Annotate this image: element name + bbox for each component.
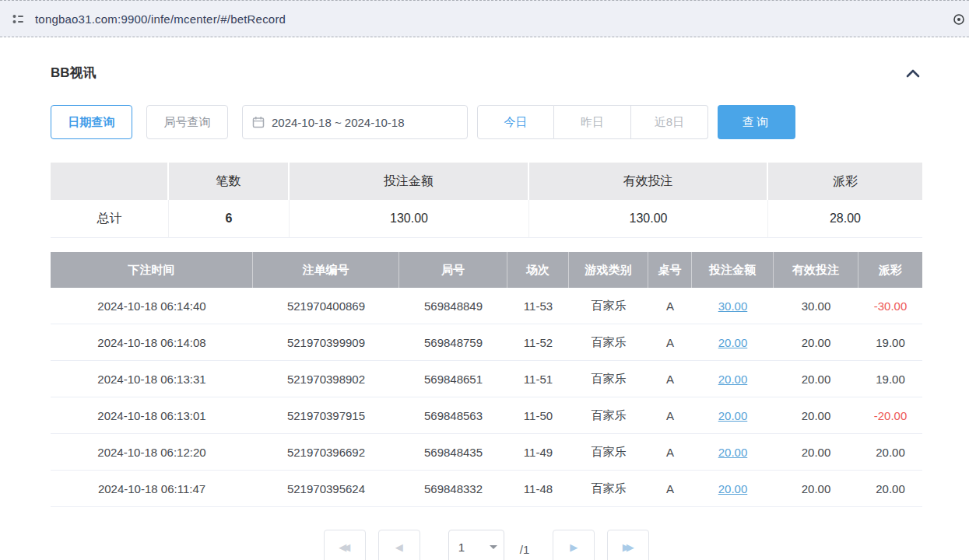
cell-valid-bet: 20.00 — [774, 397, 858, 433]
prev-page-button[interactable]: ◀ — [378, 530, 420, 560]
page-select[interactable]: 1 — [448, 530, 504, 560]
cell-round-number: 569848332 — [399, 471, 507, 506]
bet-table-header: 下注时间 注单编号 局号 场次 游戏类别 桌号 投注金额 有效投注 派彩 — [51, 252, 922, 288]
cell-order-number: 521970395624 — [253, 471, 399, 506]
summary-header-bet-amount: 投注金额 — [290, 163, 529, 200]
cell-game-type: 百家乐 — [569, 361, 648, 397]
double-chevron-left-icon: ◀◀ — [339, 541, 350, 553]
cell-payout: -20.00 — [858, 397, 922, 433]
chevron-up-icon[interactable] — [904, 67, 922, 79]
header-bet-time: 下注时间 — [51, 252, 253, 288]
header-session: 场次 — [507, 252, 569, 288]
cell-bet-time: 2024-10-18 06:14:40 — [51, 288, 253, 324]
cell-order-number: 521970398902 — [253, 361, 399, 397]
summary-header-valid-bet: 有效投注 — [529, 163, 768, 200]
url-text[interactable]: tongbao31.com:9900/infe/mcenter/#/betRec… — [35, 12, 286, 26]
cell-valid-bet: 20.00 — [774, 361, 858, 397]
double-chevron-right-icon: ▶▶ — [623, 541, 634, 553]
cell-table-number: A — [648, 471, 692, 506]
header-valid-bet: 有效投注 — [774, 252, 858, 288]
cell-bet-time: 2024-10-18 06:13:01 — [51, 397, 253, 433]
filter-row: 日期查询 局号查询 2024-10-18 ~ 2024-10-18 今日 昨日 … — [51, 105, 922, 139]
last-page-button[interactable]: ▶▶ — [607, 530, 649, 560]
round-query-button[interactable]: 局号查询 — [146, 105, 228, 139]
cell-session: 11-51 — [507, 361, 569, 397]
cell-bet-amount: 20.00 — [692, 397, 774, 433]
cell-table-number: A — [648, 434, 692, 470]
cell-bet-amount: 20.00 — [692, 361, 774, 397]
search-button[interactable]: 查询 — [718, 105, 795, 139]
summary-total-valid-bet: 130.00 — [529, 200, 768, 238]
cell-payout: -30.00 — [858, 288, 922, 324]
cell-session: 11-49 — [507, 434, 569, 470]
cell-session: 11-52 — [507, 324, 569, 360]
summary-total-row: 总计 6 130.00 130.00 28.00 — [51, 200, 922, 238]
cell-payout: 19.00 — [858, 324, 922, 360]
date-range-input[interactable]: 2024-10-18 ~ 2024-10-18 — [242, 105, 468, 139]
date-range-value: 2024-10-18 ~ 2024-10-18 — [272, 116, 405, 129]
bet-amount-link[interactable]: 20.00 — [718, 373, 748, 386]
first-page-button[interactable]: ◀◀ — [324, 530, 366, 560]
cell-table-number: A — [648, 361, 692, 397]
bet-amount-link[interactable]: 20.00 — [718, 336, 748, 349]
chevron-right-icon: ▶ — [570, 541, 578, 553]
summary-total-label: 总计 — [51, 200, 169, 238]
cell-round-number: 569848759 — [399, 324, 507, 360]
cell-game-type: 百家乐 — [569, 324, 648, 360]
cell-payout: 20.00 — [858, 434, 922, 470]
panel-header: BB视讯 — [51, 64, 922, 82]
browser-address-bar: tongbao31.com:9900/infe/mcenter/#/betRec… — [0, 0, 969, 37]
cell-valid-bet: 20.00 — [774, 471, 858, 506]
cell-game-type: 百家乐 — [569, 288, 648, 324]
quick-today-button[interactable]: 今日 — [477, 105, 554, 139]
cell-bet-time: 2024-10-18 06:14:08 — [51, 324, 253, 360]
date-query-button[interactable]: 日期查询 — [51, 105, 132, 139]
bet-amount-link[interactable]: 20.00 — [718, 482, 748, 495]
cell-order-number: 521970397915 — [253, 397, 399, 433]
cell-valid-bet: 30.00 — [774, 288, 858, 324]
header-order-number: 注单编号 — [253, 252, 399, 288]
summary-total-bet-amount: 130.00 — [290, 200, 529, 238]
cell-bet-amount: 20.00 — [692, 434, 774, 470]
quick-date-group: 今日 昨日 近8日 — [477, 105, 708, 139]
quick-last8days-button[interactable]: 近8日 — [631, 105, 708, 139]
bet-amount-link[interactable]: 20.00 — [718, 409, 748, 422]
cell-game-type: 百家乐 — [569, 471, 648, 506]
summary-total-count: 6 — [169, 200, 290, 238]
next-page-button[interactable]: ▶ — [553, 530, 595, 560]
cell-payout: 20.00 — [858, 471, 922, 506]
cell-bet-time: 2024-10-18 06:12:20 — [51, 434, 253, 470]
cell-bet-time: 2024-10-18 06:13:31 — [51, 361, 253, 397]
summary-table: 笔数 投注金额 有效投注 派彩 总计 6 130.00 130.00 28.00 — [51, 163, 922, 238]
browser-target-icon[interactable] — [953, 13, 965, 29]
cell-valid-bet: 20.00 — [774, 434, 858, 470]
cell-game-type: 百家乐 — [569, 397, 648, 433]
summary-header-payout: 派彩 — [768, 163, 922, 200]
pagination: ◀◀ ◀ 1 /1 ▶ ▶▶ — [51, 530, 922, 560]
cell-bet-time: 2024-10-18 06:11:47 — [51, 471, 253, 506]
panel-title: BB视讯 — [51, 64, 97, 82]
table-row: 2024-10-18 06:13:31 521970398902 5698486… — [51, 361, 922, 397]
cell-table-number: A — [648, 397, 692, 433]
cell-session: 11-50 — [507, 397, 569, 433]
cell-bet-amount: 20.00 — [692, 324, 774, 360]
browser-menu-icon[interactable] — [11, 12, 26, 26]
cell-order-number: 521970399909 — [253, 324, 399, 360]
cell-session: 11-48 — [507, 471, 569, 506]
cell-round-number: 569848563 — [399, 397, 507, 433]
cell-round-number: 569848435 — [399, 434, 507, 470]
table-row: 2024-10-18 06:14:40 521970400869 5698488… — [51, 288, 922, 324]
cell-game-type: 百家乐 — [569, 434, 648, 470]
table-row: 2024-10-18 06:12:20 521970396692 5698484… — [51, 434, 922, 471]
header-round-number: 局号 — [399, 252, 507, 288]
quick-yesterday-button[interactable]: 昨日 — [554, 105, 631, 139]
bet-table-body: 2024-10-18 06:14:40 521970400869 5698488… — [51, 288, 922, 507]
page-total-label: /1 — [520, 538, 530, 556]
table-row: 2024-10-18 06:11:47 521970395624 5698483… — [51, 471, 922, 507]
bet-amount-link[interactable]: 20.00 — [718, 446, 748, 459]
cell-order-number: 521970400869 — [253, 288, 399, 324]
bet-table: 下注时间 注单编号 局号 场次 游戏类别 桌号 投注金额 有效投注 派彩 202… — [51, 252, 922, 507]
summary-header-row: 笔数 投注金额 有效投注 派彩 — [51, 163, 922, 200]
cell-bet-amount: 30.00 — [692, 288, 774, 324]
bet-amount-link[interactable]: 30.00 — [718, 299, 748, 313]
